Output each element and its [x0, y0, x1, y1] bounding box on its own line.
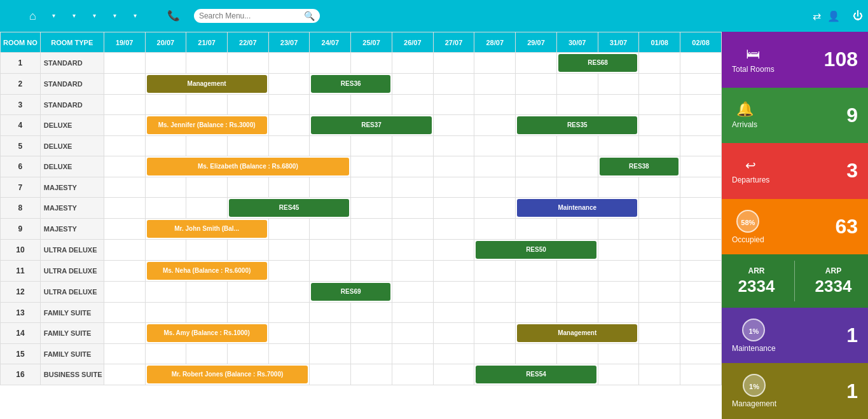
table-row[interactable]: 14FAMILY SUITEMs. Amy (Balance : Rs.1000…	[1, 323, 722, 344]
reservation-cell[interactable]: RES36	[310, 74, 392, 95]
empty-cell	[433, 323, 474, 344]
user-icon[interactable]: 👤	[827, 10, 840, 22]
col-room-no: ROOM NO	[1, 32, 41, 53]
empty-cell	[186, 95, 228, 115]
search-input[interactable]	[199, 11, 301, 20]
empty-cell	[392, 282, 433, 303]
reservation-cell[interactable]: RES35	[516, 115, 639, 136]
empty-cell	[639, 323, 680, 344]
nav-interfaces[interactable]: ▾	[124, 0, 144, 32]
table-row[interactable]: 8MAJESTYRES45Maintenance	[1, 198, 722, 219]
reservation-cell[interactable]: RES37	[310, 115, 433, 136]
table-row[interactable]: 9MAJESTYMr. John Smith (Bal...	[1, 219, 722, 240]
empty-cell	[104, 136, 145, 156]
empty-cell	[680, 198, 722, 219]
empty-cell	[556, 261, 598, 282]
reservation-cell[interactable]: Management	[516, 323, 639, 344]
table-row[interactable]: 11ULTRA DELUXEMs. Neha (Balance : Rs.600…	[1, 261, 722, 282]
empty-cell	[680, 282, 722, 303]
reservation-cell[interactable]: Mr. John Smith (Bal...	[145, 219, 268, 240]
empty-cell	[598, 74, 639, 95]
empty-cell	[680, 344, 722, 364]
search-box[interactable]: 🔍	[194, 9, 320, 23]
table-row[interactable]: 13FAMILY SUITE	[1, 303, 722, 323]
empty-cell	[474, 323, 516, 344]
table-row[interactable]: 1STANDARDRES68	[1, 53, 722, 74]
col-date-13: 31/07	[598, 32, 639, 53]
table-row[interactable]: 6DELUXEMs. Elizabeth (Balance : Rs.6800)…	[1, 156, 722, 177]
table-row[interactable]: 2STANDARDManagementRES36	[1, 74, 722, 95]
shuffle-icon[interactable]: ⇄	[813, 10, 821, 22]
arrivals-label: Arrivals	[732, 120, 757, 129]
room-number: 3	[1, 95, 41, 115]
reservation-cell[interactable]: RES69	[310, 282, 392, 303]
nav-views[interactable]: ▾	[83, 0, 104, 32]
empty-cell	[639, 364, 680, 385]
col-date-10: 28/07	[474, 32, 516, 53]
sidebar: 🛏 Total Rooms 108 🔔 Arrivals 9 ↩ Departu…	[722, 32, 868, 419]
empty-cell	[556, 156, 598, 177]
empty-cell	[598, 240, 639, 261]
reservation-cell[interactable]: Ms. Elizabeth (Balance : Rs.6800)	[145, 156, 351, 177]
reservation-cell[interactable]: RES45	[227, 198, 350, 219]
empty-cell	[516, 219, 557, 240]
reservation-cell[interactable]: Ms. Amy (Balance : Rs.1000)	[145, 323, 268, 344]
nav-master[interactable]: ▾	[104, 0, 124, 32]
empty-cell	[310, 177, 351, 198]
empty-cell	[680, 323, 722, 344]
empty-cell	[598, 95, 639, 115]
table-row[interactable]: 10ULTRA DELUXERES50	[1, 240, 722, 261]
nav-operation[interactable]: ▾	[43, 0, 63, 32]
search-icon[interactable]: 🔍	[304, 11, 315, 21]
empty-cell	[598, 364, 639, 385]
empty-cell	[474, 303, 516, 323]
empty-cell	[268, 303, 310, 323]
empty-cell	[310, 136, 351, 156]
reservation-cell[interactable]: Management	[145, 74, 268, 95]
empty-cell	[351, 303, 392, 323]
maintenance-value: 1	[846, 324, 858, 347]
room-number: 15	[1, 344, 41, 364]
empty-cell	[433, 240, 474, 261]
nav-report[interactable]: ▾	[63, 0, 83, 32]
empty-cell	[433, 136, 474, 156]
table-row[interactable]: 15FAMILY SUITE	[1, 344, 722, 364]
empty-cell	[392, 95, 433, 115]
table-row[interactable]: 7MAJESTY	[1, 177, 722, 198]
col-date-3: 21/07	[186, 32, 228, 53]
empty-cell	[351, 219, 392, 240]
empty-cell	[598, 136, 639, 156]
reservation-cell[interactable]: Mr. Robert Jones (Balance : Rs.7000)	[145, 364, 310, 385]
room-number: 11	[1, 261, 41, 282]
table-row[interactable]: 12ULTRA DELUXERES69	[1, 282, 722, 303]
arr-label: ARR	[748, 266, 764, 275]
reservation-cell[interactable]: RES68	[556, 53, 638, 74]
empty-cell	[310, 344, 351, 364]
nav-user-profile[interactable]	[144, 0, 160, 32]
empty-cell	[639, 136, 680, 156]
empty-cell	[227, 95, 268, 115]
reservation-cell[interactable]: RES54	[474, 364, 598, 385]
reservation-cell[interactable]: Ms. Neha (Balance : Rs.6000)	[145, 261, 268, 282]
table-row[interactable]: 4DELUXEMs. Jennifer (Balance : Rs.3000)R…	[1, 115, 722, 136]
reservation-cell[interactable]: RES38	[598, 156, 680, 177]
power-icon[interactable]: ⏻	[853, 10, 863, 22]
card-left-departures: ↩ Departures	[732, 158, 769, 184]
table-row[interactable]: 16BUSINESS SUITEMr. Robert Jones (Balanc…	[1, 364, 722, 385]
room-type: FAMILY SUITE	[40, 344, 104, 364]
chevron-down-icon: ▾	[113, 0, 116, 32]
calendar-section[interactable]: ROOM NO ROOM TYPE 19/07 20/07 21/07 22/0…	[0, 32, 722, 419]
table-row[interactable]: 5DELUXE	[1, 136, 722, 156]
room-number: 5	[1, 136, 41, 156]
empty-cell	[639, 177, 680, 198]
table-row[interactable]: 3STANDARD	[1, 95, 722, 115]
reservation-cell[interactable]: RES50	[474, 240, 598, 261]
reservation-cell[interactable]: Maintenance	[516, 198, 639, 219]
empty-cell	[556, 177, 598, 198]
empty-cell	[556, 136, 598, 156]
home-button[interactable]: ⌂	[23, 10, 43, 23]
empty-cell	[474, 344, 516, 364]
reservation-cell[interactable]: Ms. Jennifer (Balance : Rs.3000)	[145, 115, 268, 136]
empty-cell	[474, 282, 516, 303]
arp-label: ARP	[825, 266, 841, 275]
